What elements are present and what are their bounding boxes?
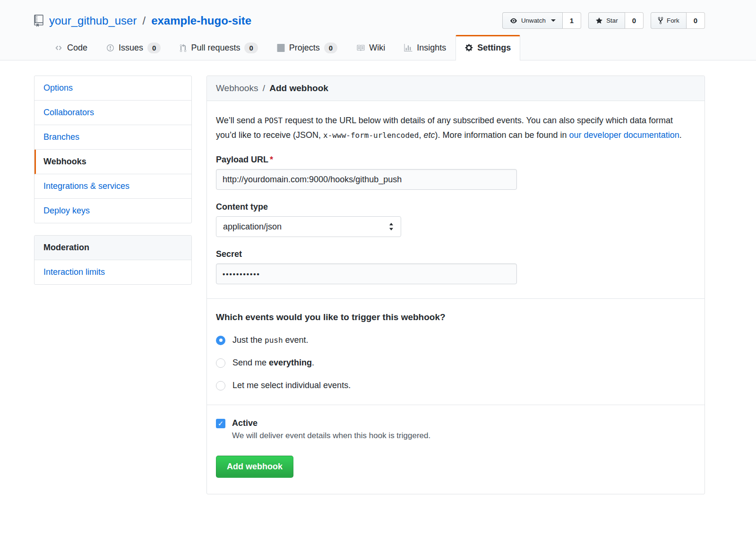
radio-selected-icon[interactable]	[216, 336, 225, 345]
sidebar-item-interaction-limits[interactable]: Interaction limits	[34, 260, 191, 284]
book-icon	[356, 44, 365, 52]
repo-nav-tabs: Code Issues 0 Pull requests 0	[45, 34, 705, 60]
tab-insights[interactable]: Insights	[395, 35, 455, 60]
unwatch-label: Unwatch	[521, 17, 546, 24]
tab-insights-label: Insights	[417, 43, 446, 53]
payload-url-label-text: Payload URL	[216, 155, 268, 164]
repo-header: your_github_user / example-hugo-site Unw…	[0, 0, 756, 60]
post-code: POST	[265, 116, 283, 125]
tab-issues-label: Issues	[119, 43, 143, 53]
issue-opened-icon	[106, 44, 114, 52]
radio-option-just-push[interactable]: Just the push event.	[216, 335, 696, 345]
gear-icon	[465, 43, 473, 52]
option-text: .	[312, 358, 314, 367]
star-button[interactable]: Star	[588, 12, 625, 29]
payload-url-label: Payload URL*	[216, 155, 696, 165]
repo-title-separator: /	[142, 14, 146, 27]
description-text: ,	[419, 130, 423, 140]
content-type-select[interactable]: application/json	[216, 216, 401, 237]
page-title: Add webhook	[269, 83, 328, 93]
radio-option-individual-events[interactable]: Let me select individual events.	[216, 381, 696, 390]
fork-button[interactable]: Fork	[651, 12, 687, 29]
radio-option-everything[interactable]: Send me everything.	[216, 358, 696, 368]
sidebar-item-options[interactable]: Options	[34, 76, 191, 101]
star-group: Star 0	[588, 12, 644, 29]
fork-label: Fork	[667, 17, 679, 24]
settings-menu: Options Collaborators Branches Webhooks …	[34, 76, 192, 223]
webhook-description: We’ll send a POST request to the URL bel…	[216, 113, 696, 143]
repo-icon	[33, 15, 44, 27]
secret-group: Secret	[216, 249, 696, 284]
breadcrumb: Webhooks / Add webhook	[207, 76, 704, 101]
tab-code-label: Code	[67, 43, 87, 53]
push-code: push	[265, 336, 283, 345]
project-icon	[277, 44, 285, 52]
description-text: We’ll send a	[216, 116, 265, 125]
github-repo-settings-page: your_github_user / example-hugo-site Unw…	[0, 0, 756, 513]
unwatch-button[interactable]: Unwatch	[502, 12, 563, 29]
active-description: We will deliver event details when this …	[232, 431, 696, 441]
code-icon	[54, 44, 63, 51]
option-text: Send me	[232, 358, 269, 367]
tab-pull-requests[interactable]: Pull requests 0	[170, 35, 267, 60]
description-text: .	[679, 130, 682, 140]
content-type-label: Content type	[216, 202, 696, 212]
active-label: Active	[232, 418, 258, 428]
pull-request-icon	[180, 44, 187, 52]
breadcrumb-webhooks-link[interactable]: Webhooks	[216, 83, 258, 93]
active-checkbox-row[interactable]: ✓ Active	[216, 418, 696, 428]
tab-wiki[interactable]: Wiki	[347, 35, 395, 60]
description-text: ). More information can be found in	[435, 130, 569, 140]
sidebar-item-webhooks[interactable]: Webhooks	[34, 150, 191, 174]
stars-count[interactable]: 0	[625, 12, 644, 29]
moderation-header: Moderation	[34, 236, 191, 260]
add-webhook-panel: Webhooks / Add webhook We’ll send a POST…	[206, 76, 705, 494]
secret-input[interactable]	[216, 263, 517, 284]
projects-counter: 0	[324, 42, 337, 53]
radio-individual-label: Let me select individual events.	[232, 381, 351, 390]
sidebar-item-branches[interactable]: Branches	[34, 125, 191, 150]
tab-projects[interactable]: Projects 0	[267, 35, 347, 60]
tab-wiki-label: Wiki	[369, 43, 385, 53]
star-icon	[595, 17, 603, 25]
payload-url-group: Payload URL*	[216, 155, 696, 190]
radio-just-push-label: Just the push event.	[232, 335, 309, 345]
breadcrumb-separator: /	[263, 83, 265, 93]
events-heading: Which events would you like to trigger t…	[216, 312, 696, 322]
watchers-count[interactable]: 1	[563, 12, 581, 29]
add-webhook-button[interactable]: Add webhook	[216, 456, 293, 478]
payload-url-input[interactable]	[216, 169, 517, 190]
tab-issues[interactable]: Issues 0	[97, 35, 170, 60]
radio-unselected-icon[interactable]	[216, 381, 225, 390]
required-asterisk: *	[270, 155, 273, 164]
tab-settings[interactable]: Settings	[455, 35, 520, 60]
sidebar-item-integrations-services[interactable]: Integrations & services	[34, 174, 191, 199]
sidebar-item-collaborators[interactable]: Collaborators	[34, 101, 191, 125]
etc-italic: etc	[423, 130, 435, 140]
developer-documentation-link[interactable]: our developer documentation	[569, 130, 679, 140]
radio-unselected-icon[interactable]	[216, 358, 225, 368]
sidebar-item-deploy-keys[interactable]: Deploy keys	[34, 199, 191, 223]
radio-everything-label: Send me everything.	[232, 358, 314, 368]
eye-icon	[509, 17, 518, 24]
tab-pull-requests-label: Pull requests	[191, 43, 240, 53]
watch-group: Unwatch 1	[502, 12, 581, 29]
caret-down-icon	[551, 19, 556, 22]
moderation-menu: Moderation Interaction limits	[34, 235, 192, 285]
tab-code[interactable]: Code	[45, 35, 97, 60]
repo-social-actions: Unwatch 1 Star 0	[502, 12, 705, 29]
tab-settings-label: Settings	[477, 43, 511, 53]
repo-name-link[interactable]: example-hugo-site	[151, 14, 251, 27]
active-checkbox[interactable]: ✓	[216, 419, 225, 428]
content-type-value: application/json	[223, 222, 282, 232]
secret-label: Secret	[216, 249, 696, 259]
forks-count[interactable]: 0	[687, 12, 705, 29]
tab-projects-label: Projects	[289, 43, 320, 53]
repo-owner-link[interactable]: your_github_user	[49, 14, 137, 27]
section-divider	[207, 298, 704, 299]
select-arrows-icon	[388, 223, 394, 230]
fork-icon	[658, 17, 663, 25]
pull-requests-counter: 0	[244, 42, 258, 53]
fork-group: Fork 0	[651, 12, 705, 29]
issues-counter: 0	[147, 42, 161, 53]
